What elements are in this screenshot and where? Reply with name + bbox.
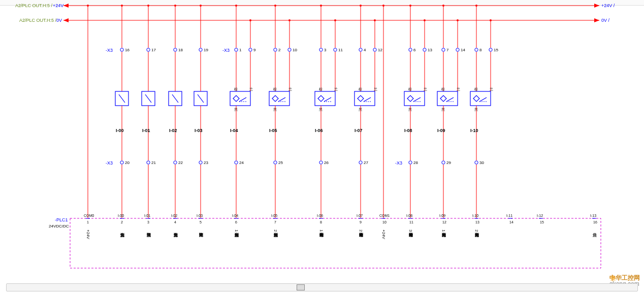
svg-point-202	[423, 48, 426, 51]
svg-point-212	[409, 161, 412, 164]
svg-text:27: 27	[364, 160, 368, 165]
svg-text:激光上升到位: 激光上升到位	[174, 233, 178, 238]
svg-text:10: 10	[382, 220, 387, 224]
svg-point-26	[121, 5, 123, 7]
svg-text:I-06: I-06	[315, 128, 323, 133]
svg-text:清洗下降到位: 清洗下降到位	[147, 233, 151, 238]
svg-text:I-13: I-13	[590, 214, 596, 217]
svg-point-106	[235, 161, 238, 164]
svg-text:6: 6	[413, 48, 416, 52]
svg-text:I-05: I-05	[271, 214, 277, 217]
svg-text:I-02: I-02	[169, 128, 177, 133]
svg-text:7: 7	[446, 48, 449, 52]
horizontal-scrollbar[interactable]	[6, 283, 638, 291]
svg-text:激光检测到位2: 激光检测到位2	[474, 230, 479, 238]
svg-point-246	[475, 5, 477, 7]
svg-point-59	[174, 48, 177, 51]
svg-rect-16	[70, 218, 601, 268]
svg-text:8: 8	[320, 220, 322, 224]
svg-point-58	[174, 5, 176, 7]
svg-text:3: 3	[324, 48, 327, 52]
svg-marker-8	[594, 18, 599, 22]
svg-text:I-00: I-00	[118, 214, 124, 217]
svg-text:14: 14	[461, 48, 465, 52]
svg-point-121	[288, 48, 291, 51]
svg-text:I-12: I-12	[537, 214, 543, 217]
svg-text:24VDC/DC: 24VDC/DC	[49, 224, 69, 229]
scrollbar-thumb[interactable]	[297, 284, 305, 290]
svg-text:9: 9	[360, 220, 362, 224]
svg-text:COM1: COM1	[379, 214, 390, 217]
svg-text:13: 13	[428, 48, 432, 52]
svg-point-90	[235, 5, 237, 7]
svg-text:清洗检测到位2: 清洗检测到位2	[273, 230, 278, 238]
svg-point-221	[442, 5, 444, 7]
svg-point-156	[319, 161, 323, 164]
svg-point-27	[120, 48, 123, 51]
svg-point-222	[442, 48, 445, 51]
svg-point-247	[475, 48, 478, 51]
svg-point-20	[87, 5, 89, 7]
svg-point-131	[274, 161, 277, 164]
svg-marker-7	[63, 18, 69, 22]
svg-text:I-04: I-04	[230, 128, 238, 133]
svg-text:兰: 兰	[490, 87, 493, 91]
svg-text:激光检测到位1: 激光检测到位1	[441, 230, 446, 238]
svg-text:1: 1	[239, 48, 242, 52]
svg-text:19: 19	[204, 48, 208, 52]
svg-text:30: 30	[479, 160, 484, 165]
svg-point-181	[359, 161, 362, 164]
svg-text:I-05: I-05	[269, 128, 277, 133]
svg-text:I-04: I-04	[232, 214, 238, 217]
svg-point-75	[199, 48, 202, 51]
diagram-svg: A2/PLC OUT.H:5 /+24V+24V /A2/PLC OUT.H:5…	[0, 0, 644, 293]
svg-text:22: 22	[178, 160, 183, 165]
svg-text:I-03: I-03	[195, 128, 203, 133]
svg-text:A2/PLC  OUT.H:5 /: A2/PLC OUT.H:5 /	[15, 3, 53, 8]
svg-text:传送轮检测到位1: 传送轮检测到位1	[319, 230, 324, 237]
svg-text:I-08: I-08	[404, 128, 412, 133]
svg-text:I-03: I-03	[197, 214, 203, 217]
schematic-canvas[interactable]: A2/PLC OUT.H:5 /+24V+24V /A2/PLC OUT.H:5…	[0, 0, 644, 293]
svg-point-146	[334, 48, 337, 51]
svg-text:3: 3	[147, 220, 149, 224]
svg-text:13: 13	[475, 220, 479, 224]
svg-text:COM0: COM0	[84, 214, 94, 217]
svg-text:+24V /: +24V /	[601, 3, 615, 8]
svg-point-237	[442, 161, 445, 164]
svg-text:-X3: -X3	[106, 160, 113, 166]
svg-point-281	[612, 277, 615, 280]
svg-point-197	[409, 48, 412, 51]
svg-point-74	[200, 5, 202, 7]
svg-text:-X3: -X3	[222, 48, 230, 53]
svg-text:11: 11	[338, 48, 343, 52]
svg-point-141	[319, 48, 323, 51]
svg-text:I-09: I-09	[439, 214, 445, 217]
svg-point-227	[456, 48, 459, 51]
svg-text:I-08: I-08	[406, 214, 412, 217]
svg-text:7: 7	[274, 220, 276, 224]
svg-text:21: 21	[151, 160, 156, 165]
svg-point-33	[120, 161, 123, 164]
svg-text:6: 6	[235, 220, 237, 224]
svg-point-95	[249, 19, 251, 21]
svg-text:4: 4	[174, 220, 176, 224]
svg-text:5: 5	[200, 220, 202, 224]
svg-text:A2/PLC  OUT.H:5 /: A2/PLC OUT.H:5 /	[19, 18, 57, 23]
svg-point-120	[288, 19, 291, 21]
svg-text:棕: 棕	[273, 87, 277, 91]
svg-point-65	[174, 161, 177, 164]
svg-text:棕: 棕	[408, 87, 412, 91]
svg-text:14: 14	[509, 220, 513, 224]
svg-text:18: 18	[178, 48, 183, 52]
svg-point-140	[320, 5, 322, 7]
svg-point-96	[249, 48, 252, 51]
svg-text:-X3: -X3	[106, 48, 113, 53]
svg-text:15: 15	[494, 48, 498, 52]
svg-point-171	[373, 48, 376, 51]
svg-point-251	[490, 19, 492, 21]
svg-text:I-10: I-10	[470, 128, 478, 133]
svg-point-49	[147, 161, 150, 164]
svg-text:I-01: I-01	[144, 214, 150, 217]
svg-text:棕: 棕	[441, 87, 445, 91]
